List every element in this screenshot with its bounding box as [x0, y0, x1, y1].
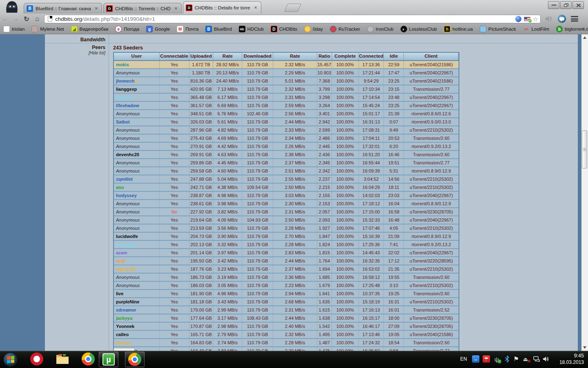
- start-button[interactable]: [3, 352, 18, 367]
- scrollbar-down-icon[interactable]: [581, 344, 588, 351]
- taskbar-chrome-icon[interactable]: [82, 352, 95, 366]
- browser-tab[interactable]: DCHDBits :: Torrents :: CHD✕: [103, 3, 182, 13]
- username-link[interactable]: hodyssey: [116, 193, 137, 198]
- cell-user[interactable]: Anonymous: [114, 135, 160, 142]
- username-link[interactable]: shengyue: [116, 242, 137, 247]
- bookmark-item[interactable]: triolan: [3, 26, 24, 32]
- bookmark-item[interactable]: BBlueBird: [205, 26, 232, 32]
- cell-user[interactable]: Anonymous: [114, 143, 160, 150]
- username-link[interactable]: lifeshadow: [116, 103, 139, 108]
- cell-user[interactable]: zqmillet: [114, 175, 160, 183]
- bookmark-item[interactable]: ◐LosslessClub: [401, 26, 437, 32]
- username-link[interactable]: zhouye: [116, 340, 131, 345]
- bookmark-item[interactable]: DCHDBits: [271, 26, 297, 32]
- username-link[interactable]: Anonymous: [116, 160, 140, 165]
- cell-user[interactable]: zhouye: [114, 339, 160, 346]
- username-link[interactable]: Anonymous: [116, 128, 140, 132]
- cell-user[interactable]: jhnmech★: [114, 77, 160, 85]
- bookmark-item[interactable]: ◢Видеопробки: [71, 26, 109, 32]
- username-link[interactable]: wgynju07: [116, 267, 136, 272]
- username-link[interactable]: Yvonnek: [116, 324, 134, 329]
- username-link[interactable]: zqmillet: [116, 177, 133, 182]
- bookmark-item[interactable]: LFLostFilm: [523, 26, 549, 32]
- cell-user[interactable]: anu: [114, 184, 160, 191]
- cell-user[interactable]: Anonymous: [114, 126, 160, 134]
- cell-user[interactable]: Anonymous: [114, 274, 160, 281]
- scrollbar-up-icon[interactable]: [581, 34, 588, 41]
- action-center-flag-icon[interactable]: ⚑: [512, 355, 520, 363]
- username-link[interactable]: mokis: [116, 62, 129, 67]
- username-link[interactable]: jhnmech: [116, 79, 134, 83]
- bookmark-item[interactable]: PictureShack: [480, 26, 516, 32]
- cell-user[interactable]: lifeshadow: [114, 102, 160, 109]
- bookmark-item[interactable]: 0day: [304, 26, 323, 32]
- username-link[interactable]: calleo: [116, 332, 129, 337]
- usb-tray-icon[interactable]: ψ✓: [493, 355, 500, 363]
- cell-user[interactable]: xsqf: [114, 257, 160, 265]
- menu-icon[interactable]: [571, 16, 578, 22]
- forward-button[interactable]: →: [11, 15, 21, 23]
- username-link[interactable]: Anonymous: [116, 283, 140, 288]
- clock[interactable]: 9:45 18.03.2013: [559, 352, 584, 366]
- minimize-button[interactable]: [548, 1, 559, 9]
- username-link[interactable]: xdreamer: [116, 307, 136, 312]
- cell-user[interactable]: devenhc20: [114, 151, 160, 158]
- cell-user[interactable]: purpleNine: [114, 298, 160, 305]
- username-link[interactable]: lianggexp: [116, 87, 137, 92]
- tab-close-icon[interactable]: ✕: [94, 6, 99, 11]
- horizontal-scrollbar-thumb[interactable]: [114, 348, 135, 351]
- bookmark-item[interactable]: eПогода: [115, 26, 139, 32]
- username-link[interactable]: Anonymous: [116, 144, 140, 149]
- language-indicator[interactable]: EN: [460, 356, 467, 362]
- hide-list-link[interactable]: [Hide list]: [45, 51, 105, 55]
- cell-user[interactable]: mokis: [114, 61, 160, 68]
- username-link[interactable]: Anonymous: [116, 168, 140, 173]
- bluetooth-tray-icon[interactable]: [503, 355, 511, 363]
- bookmark-item[interactable]: IronClub: [367, 26, 393, 32]
- bookmark-item[interactable]: HDHDClub: [239, 26, 264, 32]
- taskbar-opera-icon[interactable]: [30, 352, 43, 366]
- tab-close-icon[interactable]: ✕: [253, 5, 258, 11]
- username-link[interactable]: xsqf: [116, 258, 125, 263]
- bookmark-item[interactable]: hhotline.ua: [444, 26, 473, 32]
- cell-user[interactable]: azam: [114, 249, 160, 256]
- network-tray-icon[interactable]: [533, 355, 540, 363]
- cell-user[interactable]: Anonymous: [114, 167, 160, 175]
- cell-user[interactable]: Anonymous: [114, 224, 160, 232]
- tab-close-icon[interactable]: ✕: [173, 6, 179, 11]
- scrollbar-thumb[interactable]: [582, 130, 587, 168]
- safely-remove-icon[interactable]: ⏏✕: [522, 355, 529, 363]
- browser-tab[interactable]: BBlueBird :: Главная: скача✕: [24, 3, 102, 13]
- bookmark-item[interactable]: Mylene.Net: [31, 26, 64, 32]
- cell-user[interactable]: Anonymous: [114, 69, 160, 76]
- cell-user[interactable]: wgynju07: [114, 265, 160, 273]
- username-link[interactable]: Anonymous: [116, 275, 140, 280]
- cell-user[interactable]: lianggexp: [114, 85, 160, 93]
- username-link[interactable]: purpleNine: [116, 299, 139, 304]
- username-link[interactable]: Anonymous: [116, 70, 140, 75]
- cell-user[interactable]: Saibot: [114, 118, 160, 126]
- username-link[interactable]: Anonymous: [116, 218, 140, 222]
- avira-tray-icon[interactable]: ☂: [483, 355, 490, 363]
- vertical-scrollbar[interactable]: [581, 34, 588, 351]
- username-link[interactable]: tigersin: [116, 95, 132, 100]
- username-link[interactable]: Anonymous: [116, 111, 140, 116]
- cell-user[interactable]: calleo: [114, 331, 160, 338]
- extension-blue-icon[interactable]: [515, 16, 521, 22]
- username-link[interactable]: Anonymous: [116, 226, 140, 231]
- bookmark-item[interactable]: RuTracker: [330, 26, 360, 32]
- username-link[interactable]: Saibot: [116, 119, 130, 124]
- bookmarks-overflow-icon[interactable]: »: [582, 25, 585, 31]
- cell-user[interactable]: Anonymous: [114, 159, 160, 166]
- bookmark-item[interactable]: gGoogle: [146, 26, 170, 32]
- speaker-icon[interactable]: [545, 15, 553, 22]
- cell-user[interactable]: lucidwolfe: [114, 233, 160, 240]
- username-link[interactable]: anu: [116, 185, 124, 190]
- username-link[interactable]: Anonymous: [116, 201, 140, 206]
- cell-user[interactable]: hodyssey: [114, 192, 160, 199]
- taskbar-utorrent-button[interactable]: µ: [99, 352, 118, 367]
- username-link[interactable]: lucidwolfe: [116, 234, 138, 239]
- cell-user[interactable]: tigersin: [114, 94, 160, 101]
- address-bar[interactable]: chdbits.org/details.php?id=141990&hit=1 …: [44, 15, 541, 23]
- extension-flag-icon[interactable]: [524, 17, 530, 21]
